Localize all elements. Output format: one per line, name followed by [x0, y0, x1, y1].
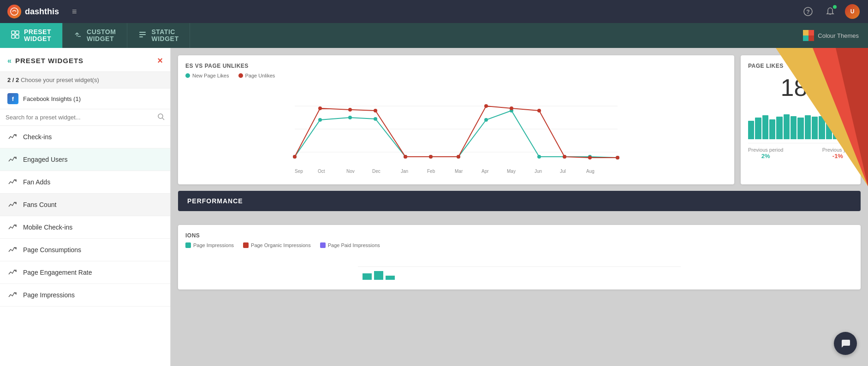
svg-point-23 — [318, 118, 322, 122]
list-item-mobile-check-ins[interactable]: Mobile Check-ins — [0, 216, 170, 239]
svg-rect-10 — [803, 30, 809, 35]
svg-rect-11 — [809, 30, 814, 35]
legend-page-paid-impressions: Page Paid Impressions — [320, 242, 380, 248]
widget-list-wrapper: Check-ins Engaged Users — [0, 126, 170, 366]
svg-point-41 — [457, 155, 460, 159]
facebook-icon: f — [7, 93, 18, 104]
tab-custom-widget[interactable]: Custom Widget — [63, 23, 127, 48]
colour-themes-button[interactable]: Colour Themes — [794, 23, 868, 48]
static-widget-icon — [138, 30, 147, 41]
svg-point-37 — [348, 108, 352, 112]
legend-new-page-likes: New Page Likes — [185, 73, 229, 78]
list-item-fans-count[interactable]: Fans Count — [0, 194, 170, 216]
search-input[interactable] — [6, 114, 154, 121]
sidebar-title: PRESET WIDGETS — [15, 57, 83, 65]
svg-rect-3 — [12, 31, 15, 34]
facebook-insights-label: Facebook Insights (1) — [23, 95, 81, 102]
step-number: 2 / 2 — [7, 77, 19, 83]
svg-point-45 — [563, 155, 566, 159]
trend-icon-engaged-users — [7, 154, 18, 165]
logo-icon — [7, 5, 21, 18]
list-item-label-engaged-users: Engaged Users — [23, 156, 68, 163]
svg-point-43 — [510, 106, 513, 110]
search-icon[interactable] — [157, 113, 165, 122]
list-item-engaged-users[interactable]: Engaged Users — [0, 148, 170, 171]
trend-icon-page-impressions — [7, 290, 18, 300]
svg-point-46 — [588, 156, 592, 159]
svg-rect-62 — [374, 271, 383, 280]
legend-label-page-unlikes: Page Unlikes — [245, 73, 275, 78]
sidebar-panel: « PRESET WIDGETS × 2 / 2 Choose your pre… — [0, 48, 171, 366]
main-layout: « PRESET WIDGETS × 2 / 2 Choose your pre… — [0, 48, 868, 366]
legend-square-red — [243, 242, 249, 248]
list-item-label-fan-adds: Fan Adds — [23, 178, 50, 186]
widget-tabs-bar: Preset Widget Custom Widget Static Widge… — [0, 23, 868, 48]
sidebar-header: « PRESET WIDGETS × — [0, 48, 170, 72]
svg-rect-5 — [12, 35, 15, 38]
chart-title: ES VS PAGE UNLIKES — [185, 63, 727, 69]
notification-dot — [833, 5, 837, 9]
tab-preset-widget[interactable]: Preset Widget — [0, 23, 63, 48]
svg-point-44 — [537, 109, 541, 112]
widget-list: Check-ins Engaged Users — [0, 126, 170, 366]
bar — [755, 118, 761, 139]
back-button[interactable]: « — [7, 57, 12, 65]
step-desc-text: Choose your preset widget(s) — [21, 77, 99, 83]
list-item-page-consumptions[interactable]: Page Consumptions — [0, 239, 170, 261]
list-item-fan-adds[interactable]: Fan Adds — [0, 171, 170, 194]
legend-label-organic-impressions: Page Organic Impressions — [251, 242, 311, 248]
svg-point-36 — [318, 106, 322, 110]
close-button[interactable]: × — [157, 55, 163, 66]
page-likes-unlikes-chart: ES VS PAGE UNLIKES New Page Likes Page U… — [178, 55, 734, 184]
list-item-label-page-engagement-rate: Page Engagement Rate — [23, 269, 92, 276]
preset-widget-label: Preset Widget — [24, 29, 51, 43]
list-item-label-check-ins: Check-ins — [23, 133, 52, 141]
svg-rect-13 — [809, 35, 814, 41]
hamburger-icon[interactable]: ≡ — [72, 7, 77, 17]
svg-point-0 — [11, 8, 18, 15]
svg-text:Mar: Mar — [455, 169, 463, 174]
trend-icon-page-consumptions — [7, 245, 18, 255]
trend-icon-page-engagement-rate — [7, 267, 18, 277]
legend-label-paid-impressions: Page Paid Impressions — [328, 242, 380, 248]
list-item-page-impressions[interactable]: Page Impressions — [0, 284, 170, 307]
sidebar-step: 2 / 2 Choose your preset widget(s) — [0, 72, 170, 89]
svg-text:Feb: Feb — [427, 169, 435, 174]
top-navigation: dashthis ≡ ? U — [0, 0, 868, 23]
facebook-insights-row[interactable]: f Facebook Insights (1) — [0, 89, 170, 109]
svg-rect-63 — [386, 276, 395, 280]
svg-text:Apr: Apr — [482, 169, 489, 174]
trend-icon-fans-count — [7, 200, 18, 210]
chat-button[interactable] — [834, 332, 857, 355]
main-content-area: ES VS PAGE UNLIKES New Page Likes Page U… — [171, 48, 868, 366]
help-button[interactable]: ? — [800, 3, 816, 20]
notifications-button[interactable] — [822, 3, 838, 20]
svg-text:Sep: Sep — [295, 169, 303, 174]
list-item-check-ins[interactable]: Check-ins — [0, 126, 170, 148]
list-item-label-page-impressions: Page Impressions — [23, 291, 75, 299]
legend-label-new-page-likes: New Page Likes — [192, 73, 229, 78]
svg-rect-8 — [139, 34, 146, 35]
legend-square-purple — [320, 242, 326, 248]
line-chart-svg: Sep Oct Nov Dec Jan Feb Mar Apr May Jun … — [185, 83, 727, 175]
trend-icon-check-ins — [7, 132, 18, 142]
user-avatar[interactable]: U — [844, 3, 861, 20]
svg-rect-12 — [803, 35, 809, 41]
svg-text:Nov: Nov — [346, 169, 355, 174]
svg-rect-61 — [363, 273, 372, 280]
svg-point-25 — [374, 117, 377, 121]
colour-themes-label: Colour Themes — [818, 32, 859, 39]
tab-static-widget[interactable]: Static Widget — [127, 23, 190, 48]
bar — [748, 121, 754, 139]
colour-themes-corner — [776, 48, 868, 186]
sidebar-title-area: « PRESET WIDGETS — [7, 57, 83, 65]
legend-square-green — [185, 242, 191, 248]
trend-icon-fan-adds — [7, 177, 18, 187]
list-item-page-engagement-rate[interactable]: Page Engagement Rate — [0, 261, 170, 284]
svg-point-24 — [348, 116, 352, 119]
svg-text:May: May — [507, 169, 516, 174]
custom-widget-icon — [74, 30, 82, 41]
svg-line-15 — [162, 118, 164, 120]
impressions-section: IONS Page Impressions Page Organic Impre… — [178, 225, 861, 289]
logo: dashthis — [7, 5, 59, 18]
